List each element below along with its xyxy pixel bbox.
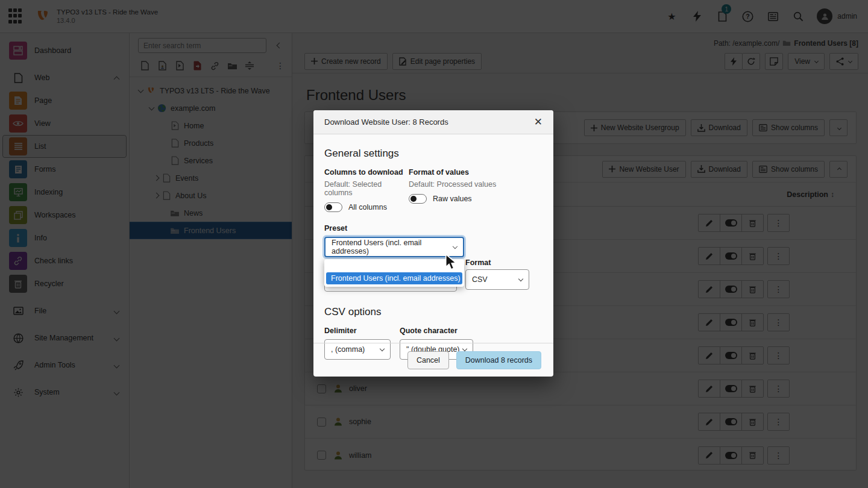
csv-options-heading: CSV options (324, 306, 542, 318)
columns-to-download-label: Columns to download (324, 168, 409, 177)
columns-default-text: Default: Selected columns (324, 180, 409, 197)
close-icon[interactable]: ✕ (534, 117, 542, 127)
modal-header: Download Website User: 8 Records ✕ (313, 110, 553, 134)
cancel-button[interactable]: Cancel (407, 351, 449, 369)
format-select[interactable]: CSV (465, 269, 529, 290)
raw-values-label: Raw values (433, 195, 472, 203)
format-of-values-label: Format of values (409, 168, 542, 177)
typo3-backend: TYPO3 v13 LTS - Ride the Wave 13.4.0 ★ 1… (0, 0, 868, 488)
values-default-text: Default: Processed values (409, 180, 542, 189)
general-settings-heading: General settings (324, 148, 542, 160)
download-modal: Download Website User: 8 Records ✕ Gener… (313, 110, 553, 377)
preset-option-empty[interactable] (324, 260, 464, 272)
all-columns-label: All columns (348, 203, 387, 211)
modal-footer: Cancel Download 8 records (313, 343, 553, 377)
quote-character-label: Quote character (400, 327, 542, 335)
preset-select[interactable]: Frontend Users (incl. email addresses) (324, 237, 464, 257)
mouse-cursor (444, 254, 459, 272)
preset-option-highlighted[interactable]: Frontend Users (incl. email addresses) (326, 272, 462, 284)
preset-dropdown: Frontend Users (incl. email addresses) (324, 259, 464, 287)
format-label: Format (465, 258, 529, 267)
raw-values-toggle[interactable] (409, 194, 427, 204)
download-records-button[interactable]: Download 8 records (456, 351, 541, 369)
all-columns-toggle[interactable] (324, 202, 342, 212)
chevron-down-icon (453, 243, 458, 248)
modal-title: Download Website User: 8 Records (324, 117, 448, 127)
preset-label: Preset (324, 224, 542, 233)
delimiter-label: Delimiter (324, 327, 400, 335)
chevron-down-icon (518, 276, 523, 281)
